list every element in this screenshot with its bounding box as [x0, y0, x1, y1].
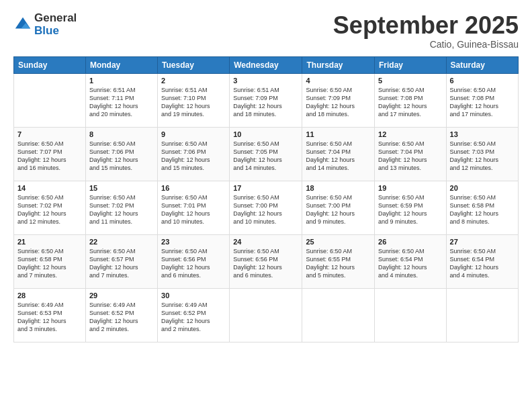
day-number: 25 — [306, 238, 371, 246]
calendar-cell: 2Sunrise: 6:51 AM Sunset: 7:10 PM Daylig… — [158, 73, 230, 127]
day-info: Sunrise: 6:50 AM Sunset: 7:05 PM Dayligh… — [233, 140, 298, 173]
calendar-cell: 25Sunrise: 6:50 AM Sunset: 6:55 PM Dayli… — [302, 234, 375, 288]
calendar-cell — [446, 288, 518, 342]
col-header-sunday: Sunday — [14, 56, 86, 73]
calendar-cell: 11Sunrise: 6:50 AM Sunset: 7:04 PM Dayli… — [302, 127, 375, 181]
day-info: Sunrise: 6:49 AM Sunset: 6:52 PM Dayligh… — [161, 301, 226, 334]
day-number: 29 — [89, 291, 154, 300]
calendar-cell: 9Sunrise: 6:50 AM Sunset: 7:06 PM Daylig… — [158, 127, 230, 181]
day-number: 12 — [378, 130, 443, 138]
month-title: September 2025 — [333, 12, 519, 39]
calendar-cell: 5Sunrise: 6:50 AM Sunset: 7:08 PM Daylig… — [375, 73, 447, 127]
col-header-monday: Monday — [85, 56, 157, 73]
day-info: Sunrise: 6:50 AM Sunset: 6:55 PM Dayligh… — [306, 247, 371, 280]
day-number: 8 — [89, 130, 154, 138]
calendar-cell: 17Sunrise: 6:50 AM Sunset: 7:00 PM Dayli… — [230, 181, 302, 234]
day-info: Sunrise: 6:50 AM Sunset: 7:08 PM Dayligh… — [378, 86, 443, 119]
calendar-cell: 18Sunrise: 6:50 AM Sunset: 7:00 PM Dayli… — [302, 181, 375, 234]
day-info: Sunrise: 6:50 AM Sunset: 7:02 PM Dayligh… — [17, 193, 82, 226]
calendar-cell: 22Sunrise: 6:50 AM Sunset: 6:57 PM Dayli… — [85, 234, 157, 288]
calendar-cell: 12Sunrise: 6:50 AM Sunset: 7:04 PM Dayli… — [375, 127, 447, 181]
calendar-table: SundayMondayTuesdayWednesdayThursdayFrid… — [13, 56, 519, 342]
calendar-cell — [230, 288, 302, 342]
day-info: Sunrise: 6:50 AM Sunset: 6:59 PM Dayligh… — [378, 193, 443, 226]
day-number: 28 — [17, 291, 82, 300]
calendar-cell: 27Sunrise: 6:50 AM Sunset: 6:54 PM Dayli… — [446, 234, 518, 288]
day-info: Sunrise: 6:50 AM Sunset: 7:06 PM Dayligh… — [89, 140, 154, 173]
calendar-cell: 30Sunrise: 6:49 AM Sunset: 6:52 PM Dayli… — [158, 288, 230, 342]
calendar-cell: 13Sunrise: 6:50 AM Sunset: 7:03 PM Dayli… — [446, 127, 518, 181]
day-info: Sunrise: 6:51 AM Sunset: 7:10 PM Dayligh… — [161, 86, 226, 119]
day-number: 6 — [450, 77, 515, 85]
day-info: Sunrise: 6:50 AM Sunset: 6:58 PM Dayligh… — [450, 193, 515, 226]
week-row-1: 1Sunrise: 6:51 AM Sunset: 7:11 PM Daylig… — [14, 73, 519, 127]
day-number: 20 — [450, 184, 515, 192]
day-number: 11 — [306, 130, 371, 138]
day-number: 7 — [17, 130, 82, 138]
day-number: 16 — [161, 184, 226, 192]
day-number: 21 — [17, 238, 82, 246]
calendar-cell: 14Sunrise: 6:50 AM Sunset: 7:02 PM Dayli… — [14, 181, 86, 234]
calendar-cell: 10Sunrise: 6:50 AM Sunset: 7:05 PM Dayli… — [230, 127, 302, 181]
calendar-cell — [375, 288, 447, 342]
col-header-friday: Friday — [375, 56, 447, 73]
col-header-tuesday: Tuesday — [158, 56, 230, 73]
day-info: Sunrise: 6:50 AM Sunset: 6:54 PM Dayligh… — [450, 247, 515, 280]
day-number: 27 — [450, 238, 515, 246]
day-info: Sunrise: 6:50 AM Sunset: 7:07 PM Dayligh… — [17, 140, 82, 173]
day-number: 10 — [233, 130, 298, 138]
day-info: Sunrise: 6:49 AM Sunset: 6:52 PM Dayligh… — [89, 301, 154, 334]
day-number: 30 — [161, 291, 226, 300]
day-info: Sunrise: 6:51 AM Sunset: 7:11 PM Dayligh… — [89, 86, 154, 119]
calendar-cell: 28Sunrise: 6:49 AM Sunset: 6:53 PM Dayli… — [14, 288, 86, 342]
day-info: Sunrise: 6:50 AM Sunset: 7:03 PM Dayligh… — [450, 140, 515, 173]
day-number: 17 — [233, 184, 298, 192]
calendar-cell: 23Sunrise: 6:50 AM Sunset: 6:56 PM Dayli… — [158, 234, 230, 288]
day-number: 14 — [17, 184, 82, 192]
day-info: Sunrise: 6:49 AM Sunset: 6:53 PM Dayligh… — [17, 301, 82, 334]
day-info: Sunrise: 6:50 AM Sunset: 6:54 PM Dayligh… — [378, 247, 443, 280]
day-number: 26 — [378, 238, 443, 246]
col-header-wednesday: Wednesday — [230, 56, 302, 73]
day-info: Sunrise: 6:50 AM Sunset: 7:01 PM Dayligh… — [161, 193, 226, 226]
logo-text: General Blue — [34, 12, 77, 37]
day-number: 18 — [306, 184, 371, 192]
day-info: Sunrise: 6:50 AM Sunset: 7:04 PM Dayligh… — [378, 140, 443, 173]
day-number: 22 — [89, 238, 154, 246]
logo-blue: Blue — [34, 25, 77, 38]
calendar-cell: 24Sunrise: 6:50 AM Sunset: 6:56 PM Dayli… — [230, 234, 302, 288]
day-info: Sunrise: 6:50 AM Sunset: 7:08 PM Dayligh… — [450, 86, 515, 119]
calendar-cell: 4Sunrise: 6:50 AM Sunset: 7:09 PM Daylig… — [302, 73, 375, 127]
calendar-header-row: SundayMondayTuesdayWednesdayThursdayFrid… — [14, 56, 519, 73]
day-info: Sunrise: 6:50 AM Sunset: 7:06 PM Dayligh… — [161, 140, 226, 173]
week-row-3: 14Sunrise: 6:50 AM Sunset: 7:02 PM Dayli… — [14, 181, 519, 234]
day-info: Sunrise: 6:50 AM Sunset: 7:04 PM Dayligh… — [306, 140, 371, 173]
subtitle: Catio, Guinea-Bissau — [333, 39, 519, 50]
day-info: Sunrise: 6:50 AM Sunset: 6:57 PM Dayligh… — [89, 247, 154, 280]
col-header-thursday: Thursday — [302, 56, 375, 73]
day-info: Sunrise: 6:50 AM Sunset: 7:09 PM Dayligh… — [306, 86, 371, 119]
day-info: Sunrise: 6:51 AM Sunset: 7:09 PM Dayligh… — [233, 86, 298, 119]
calendar-cell: 16Sunrise: 6:50 AM Sunset: 7:01 PM Dayli… — [158, 181, 230, 234]
title-block: September 2025 Catio, Guinea-Bissau — [333, 12, 519, 50]
day-number: 15 — [89, 184, 154, 192]
calendar-cell: 20Sunrise: 6:50 AM Sunset: 6:58 PM Dayli… — [446, 181, 518, 234]
day-info: Sunrise: 6:50 AM Sunset: 7:00 PM Dayligh… — [233, 193, 298, 226]
calendar-cell: 1Sunrise: 6:51 AM Sunset: 7:11 PM Daylig… — [85, 73, 157, 127]
calendar-cell — [14, 73, 86, 127]
day-number: 4 — [306, 77, 371, 85]
day-info: Sunrise: 6:50 AM Sunset: 6:58 PM Dayligh… — [17, 247, 82, 280]
calendar-cell: 19Sunrise: 6:50 AM Sunset: 6:59 PM Dayli… — [375, 181, 447, 234]
header: General Blue September 2025 Catio, Guine… — [13, 12, 519, 50]
logo-icon — [13, 15, 32, 34]
page: General Blue September 2025 Catio, Guine… — [0, 0, 532, 411]
calendar-cell: 8Sunrise: 6:50 AM Sunset: 7:06 PM Daylig… — [85, 127, 157, 181]
day-number: 9 — [161, 130, 226, 138]
day-number: 5 — [378, 77, 443, 85]
week-row-5: 28Sunrise: 6:49 AM Sunset: 6:53 PM Dayli… — [14, 288, 519, 342]
day-number: 1 — [89, 77, 154, 85]
calendar-cell: 29Sunrise: 6:49 AM Sunset: 6:52 PM Dayli… — [85, 288, 157, 342]
day-number: 13 — [450, 130, 515, 138]
logo-general: General — [34, 12, 77, 25]
calendar-cell: 7Sunrise: 6:50 AM Sunset: 7:07 PM Daylig… — [14, 127, 86, 181]
